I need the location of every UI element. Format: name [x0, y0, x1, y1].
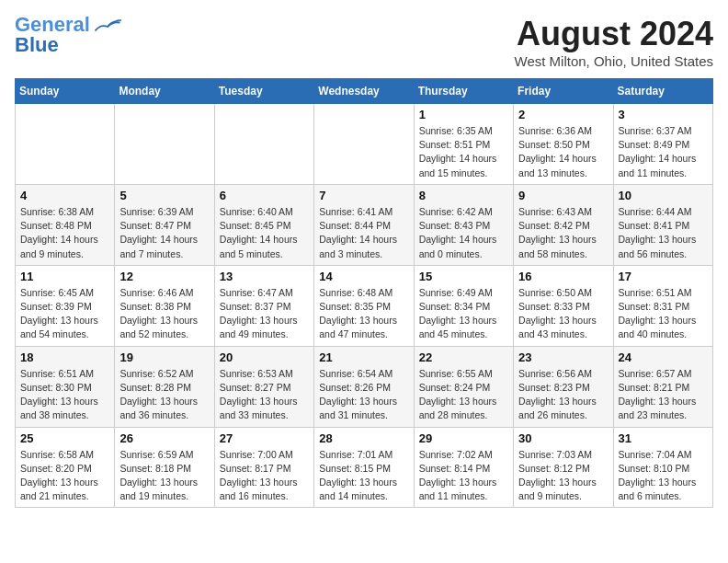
- day-number: 31: [619, 431, 708, 445]
- day-info: Sunrise: 6:42 AMSunset: 8:43 PMDaylight:…: [419, 205, 508, 261]
- day-number: 1: [419, 108, 508, 121]
- calendar-cell: 8Sunrise: 6:42 AMSunset: 8:43 PMDaylight…: [414, 184, 513, 265]
- day-number: 4: [20, 189, 109, 202]
- day-number: 2: [518, 108, 608, 121]
- day-number: 11: [20, 270, 109, 283]
- day-info: Sunrise: 6:52 AMSunset: 8:28 PMDaylight:…: [119, 367, 209, 423]
- calendar-cell: 5Sunrise: 6:39 AMSunset: 8:47 PMDaylight…: [115, 184, 214, 265]
- calendar-cell: 18Sunrise: 6:51 AMSunset: 8:30 PMDayligh…: [16, 346, 115, 427]
- day-number: 7: [319, 189, 408, 202]
- day-header-tuesday: Tuesday: [214, 79, 313, 104]
- day-info: Sunrise: 6:57 AMSunset: 8:21 PMDaylight:…: [619, 367, 708, 423]
- day-number: 27: [220, 431, 309, 445]
- calendar-cell: 25Sunrise: 6:58 AMSunset: 8:20 PMDayligh…: [16, 427, 115, 508]
- day-info: Sunrise: 7:01 AMSunset: 8:15 PMDaylight:…: [319, 448, 408, 504]
- day-info: Sunrise: 6:38 AMSunset: 8:48 PMDaylight:…: [20, 205, 109, 261]
- title-area: August 2024 West Milton, Ohio, United St…: [515, 15, 713, 69]
- day-info: Sunrise: 6:51 AMSunset: 8:30 PMDaylight:…: [20, 367, 109, 423]
- day-number: 23: [518, 350, 608, 364]
- week-row-3: 11Sunrise: 6:45 AMSunset: 8:39 PMDayligh…: [16, 265, 713, 346]
- day-number: 5: [119, 189, 209, 202]
- day-info: Sunrise: 6:41 AMSunset: 8:44 PMDaylight:…: [319, 205, 408, 261]
- day-header-monday: Monday: [115, 79, 214, 104]
- calendar-cell: [16, 104, 115, 185]
- calendar-cell: 26Sunrise: 6:59 AMSunset: 8:18 PMDayligh…: [115, 427, 214, 508]
- day-number: 12: [119, 270, 209, 283]
- day-number: 13: [220, 270, 309, 283]
- calendar-cell: [115, 104, 214, 185]
- calendar-cell: 22Sunrise: 6:55 AMSunset: 8:24 PMDayligh…: [414, 346, 513, 427]
- day-number: 3: [619, 108, 708, 121]
- day-info: Sunrise: 7:02 AMSunset: 8:14 PMDaylight:…: [419, 448, 508, 504]
- day-number: 14: [319, 270, 408, 283]
- calendar-cell: [214, 104, 313, 185]
- day-info: Sunrise: 6:58 AMSunset: 8:20 PMDaylight:…: [20, 448, 109, 504]
- calendar-cell: 14Sunrise: 6:48 AMSunset: 8:35 PMDayligh…: [314, 265, 414, 346]
- calendar-cell: [314, 104, 414, 185]
- calendar-cell: 21Sunrise: 6:54 AMSunset: 8:26 PMDayligh…: [314, 346, 414, 427]
- calendar-cell: 30Sunrise: 7:03 AMSunset: 8:12 PMDayligh…: [514, 427, 613, 508]
- day-info: Sunrise: 6:44 AMSunset: 8:41 PMDaylight:…: [619, 205, 708, 261]
- day-info: Sunrise: 6:43 AMSunset: 8:42 PMDaylight:…: [518, 205, 608, 261]
- week-row-4: 18Sunrise: 6:51 AMSunset: 8:30 PMDayligh…: [16, 346, 713, 427]
- calendar-cell: 27Sunrise: 7:00 AMSunset: 8:17 PMDayligh…: [214, 427, 313, 508]
- logo: GeneralBlue: [15, 15, 121, 55]
- calendar-cell: 13Sunrise: 6:47 AMSunset: 8:37 PMDayligh…: [214, 265, 313, 346]
- calendar-cell: 12Sunrise: 6:46 AMSunset: 8:38 PMDayligh…: [115, 265, 214, 346]
- calendar-cell: 4Sunrise: 6:38 AMSunset: 8:48 PMDaylight…: [16, 184, 115, 265]
- day-header-saturday: Saturday: [613, 79, 712, 104]
- day-header-thursday: Thursday: [414, 79, 513, 104]
- day-info: Sunrise: 6:36 AMSunset: 8:50 PMDaylight:…: [518, 124, 608, 180]
- day-number: 29: [419, 431, 508, 445]
- page-header: GeneralBlue August 2024 West Milton, Ohi…: [15, 15, 713, 69]
- logo-text: GeneralBlue: [15, 15, 90, 55]
- day-number: 19: [119, 350, 209, 364]
- calendar-cell: 29Sunrise: 7:02 AMSunset: 8:14 PMDayligh…: [414, 427, 513, 508]
- day-number: 30: [518, 431, 608, 445]
- day-info: Sunrise: 7:04 AMSunset: 8:10 PMDaylight:…: [619, 448, 708, 504]
- day-number: 25: [20, 431, 109, 445]
- calendar-cell: 16Sunrise: 6:50 AMSunset: 8:33 PMDayligh…: [514, 265, 613, 346]
- calendar-cell: 17Sunrise: 6:51 AMSunset: 8:31 PMDayligh…: [613, 265, 712, 346]
- calendar-cell: 9Sunrise: 6:43 AMSunset: 8:42 PMDaylight…: [514, 184, 613, 265]
- calendar-table: SundayMondayTuesdayWednesdayThursdayFrid…: [15, 78, 713, 508]
- day-number: 18: [20, 350, 109, 364]
- week-row-5: 25Sunrise: 6:58 AMSunset: 8:20 PMDayligh…: [16, 427, 713, 508]
- day-number: 22: [419, 350, 508, 364]
- week-row-2: 4Sunrise: 6:38 AMSunset: 8:48 PMDaylight…: [16, 184, 713, 265]
- calendar-header: SundayMondayTuesdayWednesdayThursdayFrid…: [16, 79, 713, 104]
- calendar-cell: 19Sunrise: 6:52 AMSunset: 8:28 PMDayligh…: [115, 346, 214, 427]
- day-number: 6: [220, 189, 309, 202]
- month-title: August 2024: [515, 15, 713, 53]
- calendar-cell: 31Sunrise: 7:04 AMSunset: 8:10 PMDayligh…: [613, 427, 712, 508]
- day-header-sunday: Sunday: [16, 79, 115, 104]
- calendar-cell: 7Sunrise: 6:41 AMSunset: 8:44 PMDaylight…: [314, 184, 414, 265]
- calendar-cell: 23Sunrise: 6:56 AMSunset: 8:23 PMDayligh…: [514, 346, 613, 427]
- calendar-cell: 15Sunrise: 6:49 AMSunset: 8:34 PMDayligh…: [414, 265, 513, 346]
- day-info: Sunrise: 6:51 AMSunset: 8:31 PMDaylight:…: [619, 286, 708, 342]
- day-number: 9: [518, 189, 608, 202]
- day-info: Sunrise: 6:48 AMSunset: 8:35 PMDaylight:…: [319, 286, 408, 342]
- day-info: Sunrise: 6:37 AMSunset: 8:49 PMDaylight:…: [619, 124, 708, 180]
- day-info: Sunrise: 6:55 AMSunset: 8:24 PMDaylight:…: [419, 367, 508, 423]
- day-number: 8: [419, 189, 508, 202]
- calendar-cell: 6Sunrise: 6:40 AMSunset: 8:45 PMDaylight…: [214, 184, 313, 265]
- calendar-cell: 20Sunrise: 6:53 AMSunset: 8:27 PMDayligh…: [214, 346, 313, 427]
- day-number: 15: [419, 270, 508, 283]
- header-row: SundayMondayTuesdayWednesdayThursdayFrid…: [16, 79, 713, 104]
- calendar-cell: 1Sunrise: 6:35 AMSunset: 8:51 PMDaylight…: [414, 104, 513, 185]
- day-info: Sunrise: 6:47 AMSunset: 8:37 PMDaylight:…: [220, 286, 309, 342]
- day-info: Sunrise: 6:35 AMSunset: 8:51 PMDaylight:…: [419, 124, 508, 180]
- week-row-1: 1Sunrise: 6:35 AMSunset: 8:51 PMDaylight…: [16, 104, 713, 185]
- day-number: 21: [319, 350, 408, 364]
- day-info: Sunrise: 7:03 AMSunset: 8:12 PMDaylight:…: [518, 448, 608, 504]
- day-info: Sunrise: 6:45 AMSunset: 8:39 PMDaylight:…: [20, 286, 109, 342]
- calendar-cell: 28Sunrise: 7:01 AMSunset: 8:15 PMDayligh…: [314, 427, 414, 508]
- day-number: 26: [119, 431, 209, 445]
- calendar-body: 1Sunrise: 6:35 AMSunset: 8:51 PMDaylight…: [16, 104, 713, 508]
- day-info: Sunrise: 6:53 AMSunset: 8:27 PMDaylight:…: [220, 367, 309, 423]
- calendar-cell: 2Sunrise: 6:36 AMSunset: 8:50 PMDaylight…: [514, 104, 613, 185]
- day-info: Sunrise: 6:49 AMSunset: 8:34 PMDaylight:…: [419, 286, 508, 342]
- day-info: Sunrise: 6:40 AMSunset: 8:45 PMDaylight:…: [220, 205, 309, 261]
- day-number: 10: [619, 189, 708, 202]
